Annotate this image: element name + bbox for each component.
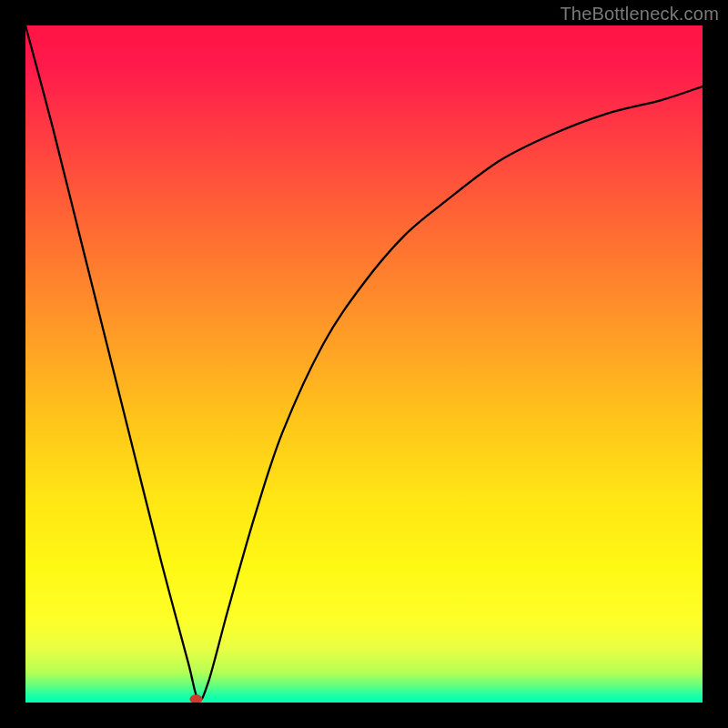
optimum-marker	[190, 694, 203, 703]
bottleneck-curve	[25, 25, 703, 700]
plot-area	[25, 25, 703, 703]
watermark-text: TheBottleneck.com	[560, 4, 719, 25]
curve-svg	[25, 25, 703, 703]
chart-frame: TheBottleneck.com	[0, 0, 728, 728]
